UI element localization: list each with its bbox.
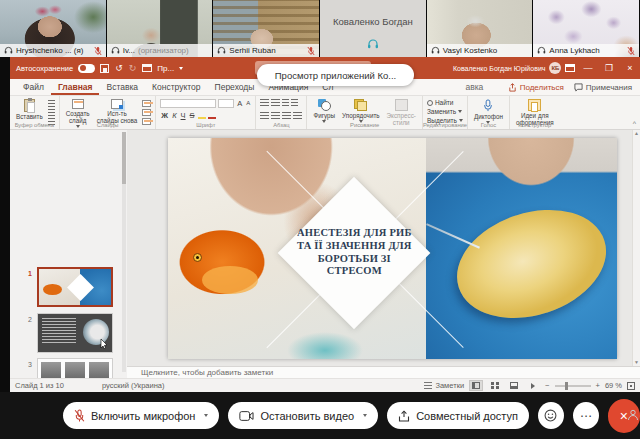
close-button[interactable]: × <box>621 63 638 73</box>
shapes-button[interactable]: Фигуры <box>311 98 337 124</box>
reset-icon[interactable] <box>142 109 151 116</box>
tab-file[interactable]: Файл <box>16 79 51 95</box>
slide-thumbnail-3[interactable] <box>37 358 113 378</box>
mic-options-chevron-icon[interactable] <box>204 414 208 417</box>
participant-tile-iv[interactable]: Iv... (организатор) <box>107 0 214 57</box>
bullets-icon[interactable] <box>260 99 269 106</box>
tab-transitions[interactable]: Переходы <box>208 79 262 95</box>
slide-thumbnail-1[interactable] <box>37 267 113 307</box>
video-options-chevron-icon[interactable] <box>363 414 367 417</box>
share-document-button[interactable]: Поделиться <box>508 83 564 92</box>
comments-button[interactable]: Примечания <box>574 83 632 92</box>
font-color-button[interactable] <box>208 111 216 119</box>
align-left-icon[interactable] <box>260 112 269 119</box>
zoom-slider[interactable] <box>555 385 591 387</box>
bold-button[interactable]: Ж <box>160 111 169 120</box>
grow-font-icon[interactable]: А <box>236 99 243 108</box>
muted-mic-icon <box>307 46 315 56</box>
layout-icon[interactable] <box>142 100 151 107</box>
notes-icon <box>424 382 432 389</box>
align-center-icon[interactable] <box>271 112 280 119</box>
slide-canvas[interactable]: АНЕСТЕЗІЯ ДЛЯ РИБ ТА ЇЇ ЗНАЧЕННЯ ДЛЯ БОР… <box>127 130 632 366</box>
app-view-toast[interactable]: Просмотр приложений Ко... <box>257 64 414 86</box>
numbering-icon[interactable] <box>271 99 280 106</box>
canvas-scrollbar[interactable]: ▲ ▼ <box>632 130 640 366</box>
thumb-art <box>43 284 62 295</box>
audio-icon <box>537 46 546 55</box>
slideshow-icon[interactable] <box>142 64 152 72</box>
participant-tile-ruban[interactable]: Serhii Ruban <box>213 0 320 57</box>
undo-icon[interactable]: ↺ <box>115 63 123 73</box>
tab-design[interactable]: Конструктор <box>145 79 207 95</box>
paste-icon <box>24 99 35 112</box>
maximize-button[interactable]: ❐ <box>600 63 617 73</box>
font-name-combo[interactable] <box>160 99 216 108</box>
reading-view-button[interactable] <box>507 380 521 391</box>
zoom-out-button[interactable]: − <box>545 381 549 390</box>
replace-button[interactable]: Заменить <box>427 108 463 115</box>
align-right-icon[interactable] <box>282 112 291 119</box>
participant-tile-kovalenko-active-speaker[interactable]: Коваленко Богдан <box>320 0 427 57</box>
redo-icon[interactable]: ↻ <box>129 63 137 73</box>
autosave-label: Автосохранение <box>16 64 73 73</box>
italic-button[interactable]: К <box>171 111 177 120</box>
slide-1[interactable]: АНЕСТЕЗІЯ ДЛЯ РИБ ТА ЇЇ ЗНАЧЕННЯ ДЛЯ БОР… <box>168 138 617 359</box>
highlight-color-button[interactable] <box>198 111 206 119</box>
indent-decrease-icon[interactable] <box>282 99 289 106</box>
fit-slide-button[interactable] <box>627 382 635 390</box>
mouse-cursor <box>100 339 108 350</box>
share-screen-button[interactable]: Совместный доступ <box>387 402 529 429</box>
find-button[interactable]: Найти <box>427 99 463 106</box>
shrink-font-icon[interactable]: А <box>245 100 251 106</box>
indent-increase-icon[interactable] <box>291 99 298 106</box>
zoom-slider-thumb[interactable] <box>565 382 568 390</box>
copy-icon[interactable] <box>48 109 55 116</box>
cut-icon[interactable] <box>48 100 55 107</box>
more-options-button[interactable]: ⋯ <box>573 402 599 429</box>
slide-thumbnail-2[interactable] <box>37 313 113 353</box>
notes-pane[interactable]: Щелкните, чтобы добавить заметки <box>127 366 640 378</box>
justify-icon[interactable] <box>293 112 302 119</box>
thumbnail-scrollbar[interactable] <box>122 132 126 372</box>
zoom-percent[interactable]: 69 % <box>605 381 622 390</box>
document-name[interactable]: Пр... <box>157 64 174 73</box>
ribbon-options-icon[interactable] <box>565 64 575 72</box>
paste-button[interactable]: Вставить <box>14 98 45 121</box>
save-icon[interactable] <box>100 64 109 73</box>
normal-view-button[interactable] <box>469 380 483 391</box>
slide-thumbnail-panel: 1 2 3 4 5 <box>10 130 127 378</box>
avatar[interactable]: КБ <box>549 62 561 74</box>
zoom-in-button[interactable]: + <box>596 381 600 390</box>
thumb-art <box>65 362 85 378</box>
audio-connecting-icon <box>367 38 379 50</box>
minimize-button[interactable]: — <box>579 63 596 73</box>
language-indicator[interactable]: русский (Украина) <box>102 381 165 390</box>
share-screen-icon <box>398 410 410 422</box>
participants-icon[interactable] <box>627 407 639 425</box>
participant-tile-hryshchenko[interactable]: Hryshchenko ... (я) <box>0 0 107 57</box>
slideshow-view-button[interactable] <box>526 380 540 391</box>
scroll-up-arrow[interactable]: ▲ <box>634 131 639 136</box>
strikethrough-button[interactable]: S <box>189 111 196 120</box>
collapse-ribbon-button[interactable]: ^ <box>633 120 636 127</box>
stop-video-button[interactable]: Остановить видео <box>228 402 378 429</box>
comment-icon <box>574 83 583 92</box>
tab-insert[interactable]: Вставка <box>99 79 145 95</box>
participant-tile-kostenko[interactable]: Vasyl Kostenko <box>427 0 534 57</box>
participant-tile-lykhach[interactable]: Anna Lykhach <box>533 0 640 57</box>
notes-toggle-button[interactable]: Заметки <box>424 381 464 390</box>
reactions-button[interactable] <box>538 402 564 429</box>
smiley-icon <box>544 409 557 422</box>
font-size-combo[interactable] <box>218 99 234 108</box>
unmute-button[interactable]: Включить микрофон <box>63 402 219 429</box>
autosave-toggle[interactable] <box>78 64 95 73</box>
audio-icon <box>217 46 226 55</box>
goldfish-art <box>175 218 287 311</box>
tab-help-truncated[interactable]: авка <box>458 79 490 95</box>
arrange-button[interactable]: Упорядочить <box>340 98 381 124</box>
underline-button[interactable]: Ч <box>180 111 187 120</box>
thumb-art <box>42 318 76 344</box>
scroll-down-arrow[interactable]: ▼ <box>634 360 639 365</box>
tab-home[interactable]: Главная <box>51 79 100 95</box>
slide-sorter-view-button[interactable] <box>488 380 502 391</box>
